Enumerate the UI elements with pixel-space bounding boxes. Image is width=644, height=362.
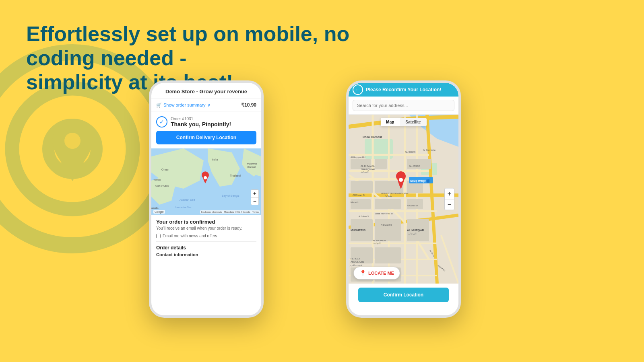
google-logo-left: Google <box>153 210 165 214</box>
email-checkbox-label: Email me with news and offers <box>163 234 217 238</box>
tab-satellite-label: Satellite <box>405 120 421 124</box>
svg-text:MUSHERIB: MUSHERIB <box>351 229 365 232</box>
order-details-title: Order details <box>156 241 256 251</box>
svg-text:Al Diwan St: Al Diwan St <box>353 194 365 196</box>
locate-me-button[interactable]: 📍 LOCATE ME <box>353 267 400 280</box>
thank-you-text: Thank you, Pinpointly! <box>171 121 231 128</box>
svg-rect-33 <box>375 247 401 263</box>
svg-text:النجادة: النجادة <box>374 242 381 245</box>
svg-rect-21 <box>351 181 373 193</box>
svg-text:India: India <box>212 158 218 161</box>
svg-text:Gulf of Aden: Gulf of Aden <box>155 185 169 187</box>
svg-text:Al Aamah St: Al Aamah St <box>407 204 418 207</box>
map-svg-right: Souq Waqif 🟦 Dhow Harbour AL BIDA ASH SH… <box>349 115 458 284</box>
svg-text:Dhow Harbour: Dhow Harbour <box>363 136 382 138</box>
svg-rect-27 <box>375 199 401 209</box>
zoom-out-right[interactable]: − <box>445 200 454 210</box>
map-zoom-left[interactable]: + − <box>251 189 259 205</box>
svg-text:Wadi Mshereb St: Wadi Mshereb St <box>375 212 393 215</box>
map-svg-left: Oman Yemen Gulf of Aden Arabian Sea Indi… <box>151 148 261 215</box>
svg-text:AL MURQAB: AL MURQAB <box>407 229 424 232</box>
order-summary-row: 🛒 Show order summary ∨ ₹10.90 <box>151 99 261 111</box>
map-tab-satellite[interactable]: Satellite <box>400 118 426 126</box>
email-checkbox[interactable] <box>156 234 161 238</box>
svg-text:Oman: Oman <box>161 168 169 171</box>
order-summary-label: Show order summary <box>163 103 206 107</box>
map-zoom-right[interactable]: + − <box>444 188 454 210</box>
confirm-delivery-button[interactable]: Confirm Delivery Location <box>156 131 256 144</box>
svg-rect-24 <box>407 159 431 169</box>
svg-text:Yemen: Yemen <box>153 179 161 181</box>
back-button[interactable]: ← <box>353 84 363 95</box>
svg-rect-30 <box>375 219 401 241</box>
svg-text:AL BIDA ASH: AL BIDA ASH <box>361 165 375 167</box>
map-tabs: Map Satellite <box>380 118 426 126</box>
svg-text:Arabian Sea: Arabian Sea <box>180 198 195 201</box>
svg-text:AL SOUQ: AL SOUQ <box>405 151 416 153</box>
contact-info-label: Contact information <box>156 252 256 257</box>
zoom-out-left[interactable]: − <box>251 197 258 205</box>
order-info: Order #1031 Thank you, Pinpointly! <box>171 117 231 128</box>
phone-left-screen: Demo Store - Grow your revenue 🛒 Show or… <box>151 83 261 315</box>
svg-text:Al Rayyan Rd: Al Rayyan Rd <box>351 156 365 158</box>
search-bar-container <box>349 97 458 115</box>
svg-text:الشرقية: الشرقية <box>361 171 369 173</box>
cart-icon: 🛒 <box>156 103 162 108</box>
order-price: ₹10.90 <box>241 102 256 108</box>
svg-text:فريج عبدالعزيز: فريج عبدالعزيز <box>349 264 362 267</box>
locate-pin-icon: 📍 <box>359 270 366 276</box>
store-title: Demo Store - Grow your revenue <box>165 88 247 95</box>
svg-text:ABDUL AZIZ: ABDUL AZIZ <box>351 261 364 263</box>
svg-text:Thailand: Thailand <box>230 174 241 177</box>
order-summary-toggle[interactable]: 🛒 Show order summary ∨ <box>156 103 211 108</box>
zoom-in-right[interactable]: + <box>445 189 454 200</box>
reconfirm-title: Please Reconfirm Your Location! <box>366 87 442 93</box>
check-circle-icon: ✓ <box>156 116 167 128</box>
confirm-location-button[interactable]: Confirm Location <box>358 288 449 302</box>
phone-left: Demo Store - Grow your revenue 🛒 Show or… <box>149 80 264 318</box>
svg-text:Al Salam St: Al Salam St <box>359 215 369 218</box>
svg-text:AL JASRA: AL JASRA <box>409 165 420 167</box>
locate-me-label: LOCATE ME <box>368 271 394 276</box>
svg-text:FEREEJ: FEREEJ <box>351 257 360 260</box>
right-header: ← Please Reconfirm Your Location! <box>349 83 458 97</box>
svg-text:القرقاب: القرقاب <box>408 232 417 235</box>
right-bottom-bar: Confirm Location <box>349 288 458 310</box>
svg-rect-26 <box>351 199 371 209</box>
left-store-header: Demo Store - Grow your revenue <box>151 83 261 99</box>
tab-map-label: Map <box>386 120 394 124</box>
svg-text:Myanmar: Myanmar <box>247 162 257 165</box>
svg-rect-22 <box>375 159 387 169</box>
map-tab-map[interactable]: Map <box>380 118 400 126</box>
order-confirmed-sub: You'll receive an email when your order … <box>156 226 256 230</box>
phone-right-screen: ← Please Reconfirm Your Location! Map Sa… <box>349 83 458 315</box>
address-search-input[interactable] <box>353 100 454 111</box>
zoom-in-left[interactable]: + <box>251 190 258 197</box>
svg-text:Al Diwan Rd: Al Diwan Rd <box>381 224 392 226</box>
map-left: Oman Yemen Gulf of Aden Arabian Sea Indi… <box>151 148 261 215</box>
order-confirmed-title: Your order is confirmed <box>156 219 256 225</box>
svg-text:Laccadive Sea: Laccadive Sea <box>175 206 192 208</box>
heading-line1: Effortlessly set up on mobile, no coding… <box>26 22 349 70</box>
svg-point-3 <box>64 133 80 149</box>
map-copyright-left: Keyboard shortcuts Map data ©2024 Google… <box>200 210 260 214</box>
back-arrow-icon: ← <box>355 87 360 93</box>
order-badge: ✓ Order #1031 Thank you, Pinpointly! <box>151 111 261 131</box>
svg-text:Bay of Bengal: Bay of Bengal <box>222 194 239 197</box>
svg-text:(Burma): (Burma) <box>247 166 256 168</box>
svg-text:Al Corniche: Al Corniche <box>423 149 436 151</box>
svg-text:Msheib: Msheib <box>351 201 359 204</box>
svg-rect-20 <box>351 159 371 169</box>
svg-point-66 <box>399 178 403 182</box>
phone-right: ← Please Reconfirm Your Location! Map Sa… <box>346 80 461 318</box>
confirm-delivery-label: Confirm Delivery Location <box>176 135 236 140</box>
order-number: Order #1031 <box>171 117 193 121</box>
order-confirmed-section: Your order is confirmed You'll receive a… <box>151 215 261 259</box>
email-checkbox-row[interactable]: Email me with news and offers <box>156 234 256 238</box>
svg-text:Souq Waqif 🟦: Souq Waqif 🟦 <box>410 179 430 183</box>
svg-text:AL NAJADA: AL NAJADA <box>373 239 386 242</box>
svg-text:MSHEREB DOWNTOWN: MSHEREB DOWNTOWN <box>381 192 409 195</box>
svg-point-16 <box>204 176 207 179</box>
map-right: Map Satellite <box>349 115 458 284</box>
chevron-down-icon: ∨ <box>207 103 211 108</box>
